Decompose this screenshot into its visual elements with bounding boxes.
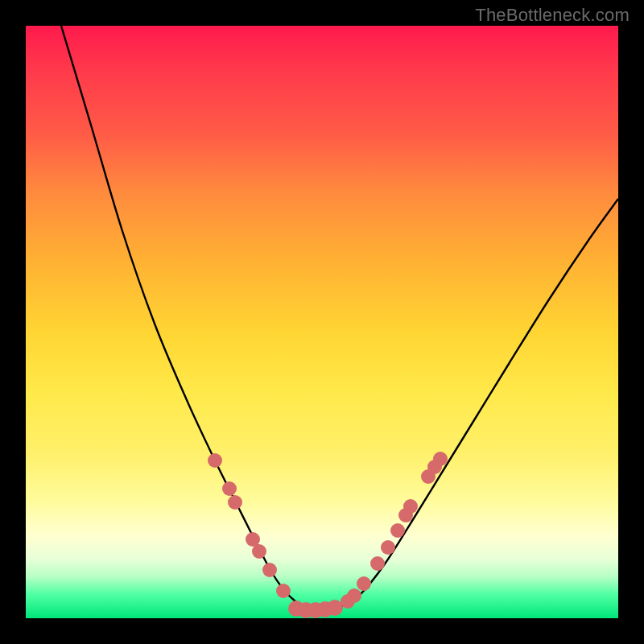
curve-group [61,26,618,610]
data-marker [327,600,343,616]
data-marker [390,523,405,538]
data-marker [228,495,242,510]
data-marker [252,544,266,559]
data-marker [433,452,448,466]
bottleneck-curve [61,26,618,610]
data-marker [262,563,277,577]
data-marker [357,576,371,591]
data-marker [381,540,395,555]
markers-bottom [288,600,343,618]
data-marker [370,556,385,571]
markers-right [341,452,448,609]
bottleneck-chart [26,26,618,618]
data-marker [276,584,291,598]
data-marker [347,588,361,603]
markers-left [208,453,291,598]
data-marker [208,453,222,468]
data-marker [403,499,418,514]
plot-area [26,26,618,618]
frame: TheBottleneck.com [0,0,644,644]
data-marker [222,481,237,496]
watermark-text: TheBottleneck.com [475,5,630,26]
